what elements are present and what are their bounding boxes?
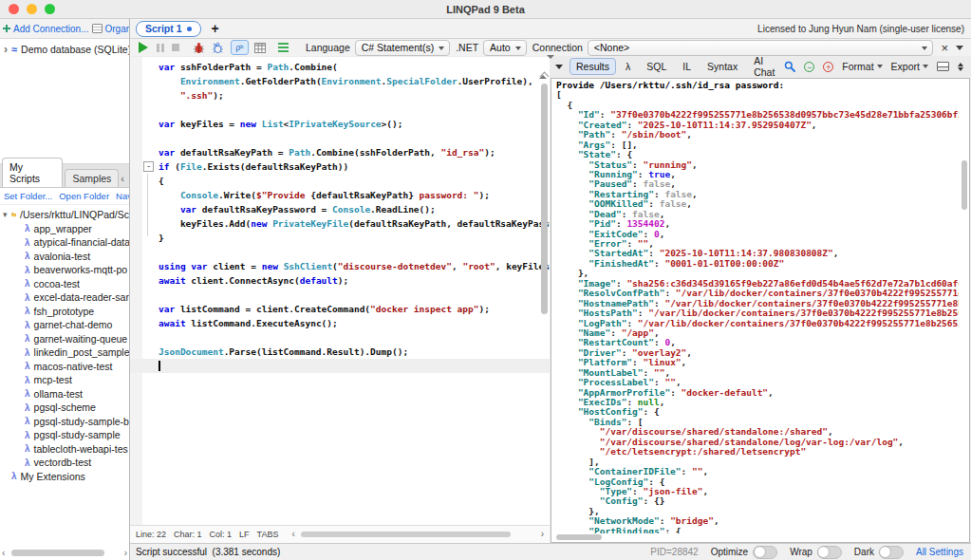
script-item-label[interactable]: tablecloth-webapi-tes xyxy=(34,443,128,455)
code-line[interactable] xyxy=(130,330,550,345)
pause-button[interactable] xyxy=(157,44,164,52)
tab-my-scripts[interactable]: My Scripts xyxy=(2,158,63,187)
wrap-switch[interactable] xyxy=(817,546,842,559)
script-item[interactable]: λcocoa-test xyxy=(0,277,129,291)
sidebar-collapse-icon[interactable]: ‹ xyxy=(121,173,127,187)
tab-ai-chat[interactable]: AI Chat xyxy=(747,52,781,81)
code-line[interactable]: -if (File.Exists(defaultRsaKeyPath)) xyxy=(130,159,550,174)
script-item-label[interactable]: fsh_prototype xyxy=(34,306,95,317)
script-item[interactable]: λpgsql-scheme xyxy=(0,401,129,415)
open-folder-link[interactable]: Open Folder xyxy=(59,191,109,201)
connection-item-demo-database[interactable]: › ≈ Demo database (SQLite) xyxy=(0,44,129,55)
code-line[interactable]: var defaultRsaKeyPath = Path.Combine(ssh… xyxy=(130,145,550,159)
code-line[interactable]: JsonDocument.Parse(listCommand.Result).D… xyxy=(130,345,550,359)
search-icon[interactable] xyxy=(784,61,795,72)
script-item-label[interactable]: linkedin_post_sample xyxy=(34,346,129,358)
tab-lambda[interactable]: λ xyxy=(619,58,637,75)
tab-il[interactable]: IL xyxy=(676,58,698,75)
code-line[interactable] xyxy=(130,359,550,373)
folder-expanded-icon[interactable]: ▾ xyxy=(3,210,8,219)
code-line[interactable]: keyFiles.Add(new PrivateKeyFile(defaultR… xyxy=(130,216,550,231)
script-item[interactable]: λavalonia-test xyxy=(0,250,129,264)
clear-connection-icon[interactable]: × xyxy=(941,42,948,54)
script-item-label[interactable]: pgsql-scheme xyxy=(34,401,96,413)
my-extensions-item[interactable]: λ My Extensions xyxy=(0,470,129,484)
script-item-label[interactable]: app_wrapper xyxy=(34,223,92,234)
code-line[interactable]: var keyFiles = new List<IPrivateKeySourc… xyxy=(130,117,550,131)
run-button[interactable] xyxy=(139,42,148,53)
set-folder-link[interactable]: Set Folder... xyxy=(4,191,52,201)
editor-horizontal-scrollbar[interactable]: ‹ › xyxy=(291,530,544,539)
collapse-results-icon[interactable] xyxy=(555,65,563,69)
root-folder-label[interactable]: /Users/rkttu/LINQPad/Sc xyxy=(20,209,129,220)
dark-switch[interactable] xyxy=(879,546,904,559)
script-item[interactable]: λgarnet-chat-demo xyxy=(0,318,129,332)
export-dropdown[interactable]: Export xyxy=(891,61,928,72)
navigate-link[interactable]: Navig xyxy=(116,191,129,201)
connection-label[interactable]: Demo database (SQLite) xyxy=(21,44,130,55)
code-line[interactable]: } xyxy=(130,231,550,245)
code-editor[interactable]: var sshFolderPath = Path.Combine( Enviro… xyxy=(130,57,550,525)
scripts-root-folder[interactable]: ▾ /Users/rkttu/LINQPad/Sc xyxy=(0,208,129,222)
script-item[interactable]: λvectordb-test xyxy=(0,456,129,470)
dock-position-icon[interactable] xyxy=(958,63,963,71)
stop-button[interactable] xyxy=(172,44,179,51)
script-item[interactable]: λapp_wrapper xyxy=(0,222,129,236)
expand-chevron-icon[interactable]: › xyxy=(4,45,8,54)
script-item[interactable]: λatypical-financial-data xyxy=(0,235,129,250)
fold-marker-icon[interactable]: - xyxy=(143,161,154,172)
expand-all-icon[interactable]: + xyxy=(823,62,833,72)
tab-samples[interactable]: Samples xyxy=(65,169,119,187)
dotnet-version-dropdown[interactable]: Auto xyxy=(483,40,527,56)
script-item[interactable]: λgarnet-waiting-queue xyxy=(0,332,129,346)
connection-chevron-icon[interactable] xyxy=(956,46,963,50)
script-item[interactable]: λlinkedin_post_sample xyxy=(0,345,129,360)
new-tab-button[interactable]: + xyxy=(212,21,219,36)
code-line[interactable]: var listCommand = client.CreateCommand("… xyxy=(130,302,550,316)
results-vertical-scrollbar[interactable] xyxy=(962,160,967,210)
scroll-right-icon[interactable]: › xyxy=(541,530,544,539)
script-item-label[interactable]: excel-data-reader-sar xyxy=(34,291,129,303)
code-line[interactable] xyxy=(130,131,550,145)
split-panel-icon[interactable] xyxy=(937,62,949,71)
script-item-label[interactable]: beaverworks-mqtt-po xyxy=(34,264,128,275)
my-extensions-label[interactable]: My Extensions xyxy=(21,471,85,482)
script-item-label[interactable]: atypical-financial-data xyxy=(34,236,129,248)
scroll-right-icon[interactable]: › xyxy=(124,549,127,558)
code-line[interactable]: Console.Write($"Provide {defaultRsaKeyPa… xyxy=(130,188,550,202)
script-item[interactable]: λfsh_prototype xyxy=(0,305,129,319)
results-horizontal-scrollbar[interactable] xyxy=(556,534,602,540)
close-window-button[interactable] xyxy=(9,4,19,14)
sidebar-horizontal-scrollbar[interactable]: ‹ › xyxy=(0,546,129,560)
debug-bug-icon[interactable] xyxy=(193,42,205,54)
scroll-track[interactable] xyxy=(299,532,537,537)
tab-script-1[interactable]: Script 1 xyxy=(136,21,201,37)
splitter-grip-icon[interactable] xyxy=(539,59,549,69)
script-item-label[interactable]: cocoa-test xyxy=(34,278,80,289)
script-item-label[interactable]: avalonia-test xyxy=(34,251,91,262)
script-item-label[interactable]: garnet-waiting-queue xyxy=(34,333,128,345)
script-item-label[interactable]: vectordb-test xyxy=(34,457,92,468)
language-dropdown[interactable]: C# Statement(s) xyxy=(355,40,450,56)
script-item[interactable]: λmcp-test xyxy=(0,373,129,387)
code-line[interactable] xyxy=(130,245,550,259)
debug-disabled-bug-icon[interactable] xyxy=(212,42,224,54)
eol-indicator[interactable]: LF xyxy=(239,530,250,539)
code-line[interactable]: await listCommand.ExecuteAsync(); xyxy=(130,316,550,330)
code-line[interactable]: { xyxy=(130,174,550,188)
tabs-indicator[interactable]: TABS xyxy=(257,530,279,539)
titlebar[interactable]: LINQPad 9 Beta xyxy=(0,0,971,19)
tab-results[interactable]: Results xyxy=(570,58,616,75)
organize-link[interactable]: Organiz xyxy=(105,24,130,34)
code-line[interactable]: using var client = new SshClient("discou… xyxy=(130,259,550,273)
script-item-label[interactable]: pgsql-study-sample xyxy=(34,429,121,440)
format-dropdown[interactable]: Format xyxy=(842,61,882,72)
tab-sql[interactable]: SQL xyxy=(640,58,673,75)
code-line[interactable]: await client.ConnectAsync(default); xyxy=(130,273,550,288)
code-line[interactable]: var sshFolderPath = Path.Combine( xyxy=(130,60,550,74)
script-item-label[interactable]: ollama-test xyxy=(34,388,83,400)
code-line[interactable]: var defaultRsaKeyPassword = Console.Read… xyxy=(130,202,550,216)
script-item[interactable]: λollama-test xyxy=(0,387,129,401)
minimize-window-button[interactable] xyxy=(27,4,37,14)
scroll-left-icon[interactable]: ‹ xyxy=(2,549,5,558)
